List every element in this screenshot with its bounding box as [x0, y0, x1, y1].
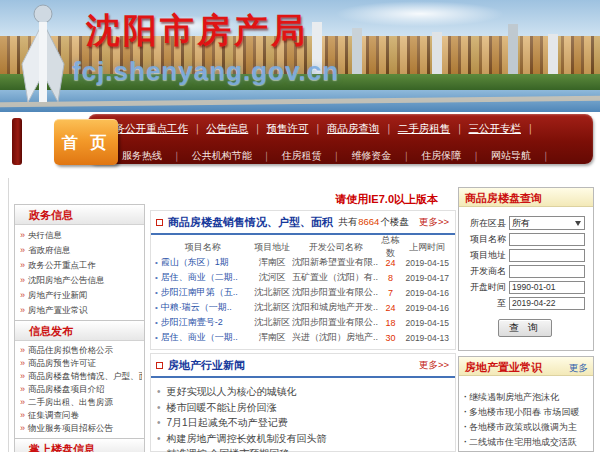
nav-link-rental[interactable]: 住房租赁 — [282, 150, 352, 161]
news-item[interactable]: 精准调控 全国楼市预期回稳 — [157, 446, 451, 452]
sidebar-item-sales-status[interactable]: 商品房楼盘销售情况、户型、面积 — [20, 370, 142, 383]
knowledge-item[interactable]: 各地楼市政策或以微调为主 — [464, 420, 591, 435]
project-link[interactable]: 居住、商业（一期.. — [153, 331, 252, 344]
sidebar-item-property-bid[interactable]: 物业服务项目招标公告 — [20, 422, 142, 435]
knowledge-more-link[interactable]: 更多 — [569, 362, 588, 375]
secondary-nav: 服务热线公共机构节能住房租赁维修资金住房保障网站导航 — [88, 136, 593, 163]
sidebar-item-presale-cert[interactable]: 商品房预售许可证 — [20, 357, 142, 370]
col-address: 项目地址 — [252, 241, 292, 254]
sidebar-item-announcement[interactable]: 沈阳房地产公告信息 — [20, 273, 142, 288]
news-list: 更好实现以人为核心的城镇化 楼市回暖不能让房价回涨 7月1日起减免不动产登记费 … — [151, 378, 455, 452]
listing-count: 共有8664个楼盘 — [338, 216, 409, 229]
project-district: 沈北新区 — [252, 301, 292, 314]
navigation-bar: 政务公开重点工作公告信息预售许可商品房查询二手房租售三公开专栏 服务热线公共机构… — [0, 112, 600, 170]
nav-link-housing-security[interactable]: 住房保障 — [421, 150, 491, 161]
project-name-input[interactable] — [509, 233, 585, 246]
project-developer: 沈阳步阳置业有限公.. — [292, 286, 379, 299]
nav-link-repair-fund[interactable]: 维修资金 — [351, 150, 421, 161]
news-header: 房地产行业新闻 更多>> — [151, 354, 455, 378]
news-item[interactable]: 楼市回暖不能让房价回涨 — [157, 400, 451, 416]
project-building-count: 18 — [380, 318, 402, 328]
nav-link-presale-permit[interactable]: 预售许可 — [267, 122, 327, 134]
project-link[interactable]: 中粮·瑞云（一期.. — [153, 301, 252, 314]
sidebar-item-price-publicity[interactable]: 商品住房拟售价格公示 — [20, 344, 142, 357]
sidebar-gov-title: 政务信息 — [15, 205, 144, 225]
district-label: 所在区县 — [461, 217, 509, 230]
news-item[interactable]: 构建房地产调控长效机制没有回头箭 — [157, 431, 451, 447]
knowledge-list: 继续遏制房地产泡沫化 多地楼市现小阳春 市场回暖 各地楼市政策或以微调为主 二线… — [459, 376, 593, 450]
home-button[interactable]: 首 页 — [54, 119, 118, 165]
col-project-name: 项目名称 — [153, 241, 252, 254]
query-title: 商品房楼盘查询 — [465, 191, 542, 206]
sidebar-item-open-gov[interactable]: 政务公开重点工作 — [20, 258, 142, 273]
news-item[interactable]: 更好实现以人为核心的城镇化 — [157, 384, 451, 400]
section-marker-icon — [156, 219, 163, 226]
table-row: 中粮·瑞云（一期.. 沈北新区 沈阳和城房地产开发.. 24 2019-04-1… — [151, 300, 455, 315]
nav-link-secondhand[interactable]: 二手房租售 — [398, 122, 469, 134]
nav-link-sitemap[interactable]: 网站导航 — [491, 150, 561, 161]
project-link[interactable]: 居住、商业（二期.. — [153, 271, 252, 284]
knowledge-item[interactable]: 多地楼市现小阳春 市场回暖 — [464, 405, 591, 420]
news-more-link[interactable]: 更多>> — [419, 359, 449, 372]
form-row-name: 项目名称 — [461, 232, 589, 246]
project-building-count: 8 — [380, 273, 402, 283]
sales-header: 商品房楼盘销售情况、户型、面积 共有8664个楼盘 更多>> — [151, 211, 455, 235]
end-date-input[interactable] — [509, 297, 585, 310]
form-row-district: 所在区县 所有 — [461, 216, 589, 230]
sales-more-link[interactable]: 更多>> — [419, 216, 449, 229]
project-developer: 沈阳新希望置业有限.. — [292, 256, 379, 269]
developer-label: 开发商名 — [461, 265, 509, 278]
project-date: 2019-04-13 — [401, 333, 453, 343]
open-date-input[interactable] — [509, 281, 585, 294]
news-item[interactable]: 7月1日起减免不动产登记费 — [157, 415, 451, 431]
nav-link-three-open[interactable]: 三公开专栏 — [468, 122, 539, 134]
nav-link-energy-saving[interactable]: 公共机构节能 — [192, 150, 282, 161]
project-district: 浑南区 — [252, 331, 292, 344]
project-developer: 兴进（沈阳）房地产.. — [292, 331, 379, 344]
sidebar-item-survey[interactable]: 征集调查问卷 — [20, 409, 142, 422]
project-address-input[interactable] — [509, 249, 585, 262]
project-building-count: 7 — [380, 288, 402, 298]
left-divider — [8, 178, 9, 452]
query-form: 所在区县 所有 项目名称 项目地址 开发商名 开盘时间 至 — [459, 207, 593, 337]
query-submit-button[interactable]: 查 询 — [498, 319, 552, 337]
knowledge-item[interactable]: 继续遏制房地产泡沫化 — [464, 390, 591, 405]
sidebar-item-central-bank[interactable]: 央行信息 — [20, 228, 142, 243]
news-panel: 房地产行业新闻 更多>> 更好实现以人为核心的城镇化 楼市回暖不能让房价回涨 7… — [150, 353, 456, 452]
project-developer: 沈阳和城房地产开发.. — [292, 301, 379, 314]
nav-panel: 政务公开重点工作公告信息预售许可商品房查询二手房租售三公开专栏 服务热线公共机构… — [88, 114, 593, 164]
knowledge-item[interactable]: 二线城市住宅用地成交活跃 — [464, 435, 591, 450]
primary-nav: 政务公开重点工作公告信息预售许可商品房查询二手房租售三公开专栏 — [88, 114, 593, 136]
district-select[interactable]: 所有 — [509, 216, 585, 230]
sidebar-item-industry-news[interactable]: 房地产行业新闻 — [20, 288, 142, 303]
nav-link-hotline[interactable]: 服务热线 — [122, 150, 192, 161]
sidebar-item-secondhand-listings[interactable]: 二手房出租、出售房源 — [20, 396, 142, 409]
sidebar-item-project-intro[interactable]: 商品房楼盘项目介绍 — [20, 383, 142, 396]
col-building-count: 总栋数 — [380, 234, 402, 260]
col-post-date: 上网时间 — [401, 241, 453, 254]
project-link[interactable]: 步阳江南甲第（五.. — [153, 286, 252, 299]
sidebar-item-province[interactable]: 省政府信息 — [20, 243, 142, 258]
browser-notice: 请使用IE7.0以上版本 — [150, 192, 456, 207]
project-link[interactable]: 步阳江南壹号-2 — [153, 316, 252, 329]
listing-count-number: 8664 — [358, 216, 379, 227]
knowledge-header: 房地产置业常识 更多 — [459, 357, 593, 376]
sidebar-gov-list: 央行信息 省政府信息 政务公开重点工作 沈阳房地产公告信息 房地产行业新闻 房地… — [15, 225, 144, 321]
knowledge-panel: 房地产置业常识 更多 继续遏制房地产泡沫化 多地楼市现小阳春 市场回暖 各地楼市… — [458, 356, 594, 452]
table-row: 步阳江南壹号-2 沈北新区 沈阳步阳置业有限公.. 18 2019-04-15 — [151, 315, 455, 330]
table-row: 居住、商业（二期.. 沈河区 五矿置业（沈阳）有.. 8 2019-04-17 — [151, 270, 455, 285]
nav-endcap — [12, 118, 22, 165]
sidebar-item-knowledge[interactable]: 房地产置业常识 — [20, 303, 142, 318]
project-district: 沈河区 — [252, 271, 292, 284]
developer-input[interactable] — [509, 265, 585, 278]
sidebar-section-info-release: 信息发布 商品住房拟售价格公示 商品房预售许可证 商品房楼盘销售情况、户型、面积… — [14, 320, 145, 439]
project-link[interactable]: 霞山（东区）1期 — [153, 256, 252, 269]
query-header: 商品房楼盘查询 — [459, 188, 593, 207]
nav-link-open-gov[interactable]: 政务公开重点工作 — [104, 122, 206, 134]
sales-panel: 商品房楼盘销售情况、户型、面积 共有8664个楼盘 更多>> 项目名称 项目地址… — [150, 210, 456, 350]
nav-link-announcements[interactable]: 公告信息 — [206, 122, 266, 134]
sidebar-info-title: 信息发布 — [15, 321, 144, 341]
nav-link-housing-search[interactable]: 商品房查询 — [327, 122, 398, 134]
sales-table-header: 项目名称 项目地址 开发公司名称 总栋数 上网时间 — [151, 239, 455, 255]
project-date: 2019-04-17 — [401, 273, 453, 283]
